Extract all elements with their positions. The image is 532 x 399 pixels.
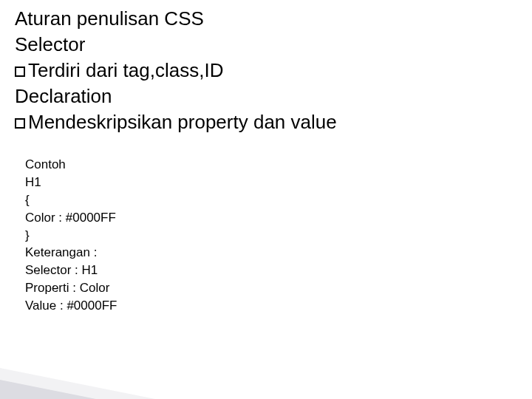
example-block: Contoh H1 { Color : #0000FF } Keterangan… xyxy=(25,156,532,314)
square-bullet-icon xyxy=(15,118,25,129)
example-line: H1 xyxy=(25,174,532,191)
example-line: { xyxy=(25,191,532,209)
example-line: Value : #0000FF xyxy=(25,297,532,315)
bullet-declaration: Mendeskripsikan property dan value xyxy=(15,109,532,135)
example-line: Keterangan : xyxy=(25,244,532,262)
example-line: Contoh xyxy=(25,156,532,174)
square-bullet-icon xyxy=(15,66,25,77)
example-line: Properti : Color xyxy=(25,279,532,297)
slide-content: Aturan penulisan CSS Selector Terdiri da… xyxy=(0,0,532,315)
example-line: Color : #0000FF xyxy=(25,209,532,227)
bullet-selector: Terdiri dari tag,class,ID xyxy=(15,58,532,83)
example-line: } xyxy=(25,227,532,245)
bullet-text: Mendeskripsikan property dan value xyxy=(28,111,337,133)
decorative-corner-inner xyxy=(0,380,96,399)
slide-title: Aturan penulisan CSS xyxy=(15,6,532,32)
section-heading-declaration: Declaration xyxy=(15,83,532,109)
bullet-text: Terdiri dari tag,class,ID xyxy=(28,59,223,81)
example-line: Selector : H1 xyxy=(25,262,532,279)
section-heading-selector: Selector xyxy=(15,32,532,58)
